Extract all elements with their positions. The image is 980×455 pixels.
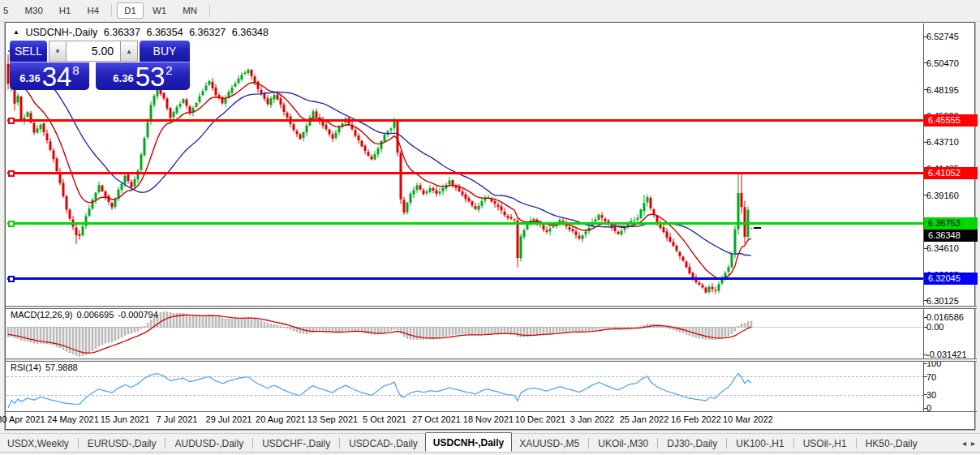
macd-main-value: 0.006695 xyxy=(76,310,114,320)
tab-hk50-daily[interactable]: HK50-,Daily xyxy=(858,436,925,452)
price-axis-divider xyxy=(923,24,924,411)
buy-price-pipette: 2 xyxy=(165,63,172,77)
timeframe-m5-button[interactable]: 5 xyxy=(1,2,15,19)
price-level-tag: 6.32045 xyxy=(924,273,978,285)
price-axis-label: 6.30125 xyxy=(926,296,959,306)
macd-axis-label: 0.00 xyxy=(926,322,943,332)
price-level-tag: 6.41052 xyxy=(924,167,978,179)
sell-price-display[interactable]: 6.36 34 8 xyxy=(10,62,89,90)
tab-separator xyxy=(657,438,658,449)
timeframe-m30-button[interactable]: M30 xyxy=(17,2,49,19)
horizontal-level-line[interactable] xyxy=(7,119,923,122)
line-handle-icon[interactable] xyxy=(8,118,15,124)
horizontal-level-line[interactable] xyxy=(7,222,923,225)
price-axis-label: 6.50470 xyxy=(926,58,959,68)
price-level-tag: 6.45555 xyxy=(924,114,978,127)
price-axis-label: 6.52745 xyxy=(926,32,959,41)
tab-usdcnh-daily[interactable]: USDCNH-,Daily xyxy=(425,432,512,452)
timeframe-w1-button[interactable]: W1 xyxy=(145,2,174,19)
volume-input[interactable]: 5.00 xyxy=(66,41,121,62)
chevron-up-icon: ▲ xyxy=(126,48,132,55)
buy-button[interactable]: BUY xyxy=(140,41,190,62)
timeframe-h1-button[interactable]: H1 xyxy=(52,2,79,19)
line-handle-icon[interactable] xyxy=(8,221,15,227)
toolbar-separator xyxy=(111,4,112,17)
buy-button-label: BUY xyxy=(153,45,177,58)
macd-label: MACD(12,26,9)0.006695-0.000794 xyxy=(11,310,162,320)
macd-pane-splitter[interactable] xyxy=(6,306,977,309)
price-axis-label: 6.48195 xyxy=(926,85,959,95)
rsi-value: 57.9888 xyxy=(45,363,78,372)
tab-separator xyxy=(339,438,340,449)
macd-axis-label: 0.016586 xyxy=(926,312,964,322)
chart-title: ▲ USDCNH-,Daily 6.36337 6.36354 6.36327 … xyxy=(13,27,272,38)
timeframe-h4-button[interactable]: H4 xyxy=(80,2,106,19)
ohlc-high: 6.36354 xyxy=(146,27,183,38)
tab-ukoil-m30[interactable]: UKOil-,M30 xyxy=(591,436,655,452)
tab-usdchf-daily[interactable]: USDCHF-,Daily xyxy=(255,436,337,452)
buy-price-display[interactable]: 6.36 53 2 xyxy=(96,62,190,90)
tab-separator xyxy=(856,438,857,449)
tab-separator xyxy=(165,438,165,449)
sell-price-pipette: 8 xyxy=(72,63,79,77)
price-axis-label: 6.39160 xyxy=(926,191,959,200)
rsi-axis-label: 30 xyxy=(926,390,936,400)
buy-price-bigfigure: 6.36 xyxy=(113,72,133,84)
horizontal-level-line[interactable] xyxy=(7,277,923,280)
tab-usoil-h1[interactable]: USOil-,H1 xyxy=(796,436,854,452)
line-handle-icon[interactable] xyxy=(8,170,15,177)
collapse-triangle-icon[interactable]: ▲ xyxy=(13,28,19,36)
rsi-axis-label: 70 xyxy=(926,372,936,382)
volume-increase-button[interactable]: ▲ xyxy=(120,41,138,62)
timeframe-toolbar: 5 M30 H1 H4 D1 W1 MN xyxy=(0,0,980,22)
tab-scroll-left-icon[interactable]: ◂ xyxy=(962,439,966,448)
sell-button-label: SELL xyxy=(15,45,42,58)
horizontal-level-line[interactable] xyxy=(7,172,923,174)
toolbar-separator xyxy=(209,4,210,17)
rsi-level-70-line xyxy=(6,376,923,377)
volume-decrease-button[interactable]: ▼ xyxy=(49,41,67,62)
symbol-period-label: USDCNH-,Daily xyxy=(25,27,97,38)
buy-price-pips: 53 xyxy=(135,65,165,88)
date-tick-label: 10 Mar 2022 xyxy=(711,414,784,424)
rsi-pane-splitter[interactable] xyxy=(6,358,977,362)
tab-separator xyxy=(78,438,79,449)
tab-uk100-h1[interactable]: UK100-,H1 xyxy=(729,436,791,452)
tab-eurusd-daily[interactable]: EURUSD-,Daily xyxy=(80,436,164,452)
tab-separator xyxy=(588,438,589,449)
tab-xauusd-m5[interactable]: XAUUSD-,M5 xyxy=(512,436,587,452)
rsi-name: RSI(14) xyxy=(11,363,41,372)
date-axis-divider xyxy=(6,411,977,412)
rsi-level-30-line xyxy=(6,395,923,396)
tab-separator xyxy=(793,438,794,449)
status-bar xyxy=(0,452,980,455)
price-axis-label: 6.34610 xyxy=(926,243,959,253)
macd-signal-value: -0.000794 xyxy=(118,310,158,320)
tab-dj30-daily[interactable]: DJ30-,Daily xyxy=(660,436,724,452)
sell-price-bigfigure: 6.36 xyxy=(19,72,40,84)
line-handle-icon[interactable] xyxy=(8,276,15,282)
chart-tab-bar: USDX,Weekly EURUSD-,Daily AUDUSD-,Daily … xyxy=(0,433,980,453)
tab-usdx-weekly[interactable]: USDX,Weekly xyxy=(0,436,76,452)
tab-audusd-daily[interactable]: AUDUSD-,Daily xyxy=(167,436,251,452)
ohlc-close: 6.36348 xyxy=(232,27,269,38)
sell-price-pips: 34 xyxy=(42,65,72,88)
current-price-tag: 6.36348 xyxy=(924,230,978,242)
chevron-down-icon: ▼ xyxy=(54,48,61,55)
tab-usdcad-daily[interactable]: USDCAD-,Daily xyxy=(342,436,425,452)
timeframe-d1-button[interactable]: D1 xyxy=(117,2,144,19)
ohlc-open: 6.36337 xyxy=(104,27,140,38)
price-level-tag: 6.36753 xyxy=(924,217,978,230)
sell-button[interactable]: SELL xyxy=(10,41,47,62)
mt4-terminal: 6.527456.504706.481956.459206.437106.414… xyxy=(0,0,980,455)
ohlc-low: 6.36327 xyxy=(189,27,226,38)
tab-separator xyxy=(252,438,253,449)
macd-name: MACD(12,26,9) xyxy=(11,310,72,320)
tab-separator xyxy=(726,438,727,449)
rsi-label: RSI(14)57.9888 xyxy=(11,363,82,372)
timeframe-mn-button[interactable]: MN xyxy=(175,2,204,19)
price-axis-label: 6.43710 xyxy=(926,137,959,147)
tab-scroll-right-icon[interactable]: ▸ xyxy=(971,439,975,448)
current-price-dash xyxy=(754,227,761,229)
